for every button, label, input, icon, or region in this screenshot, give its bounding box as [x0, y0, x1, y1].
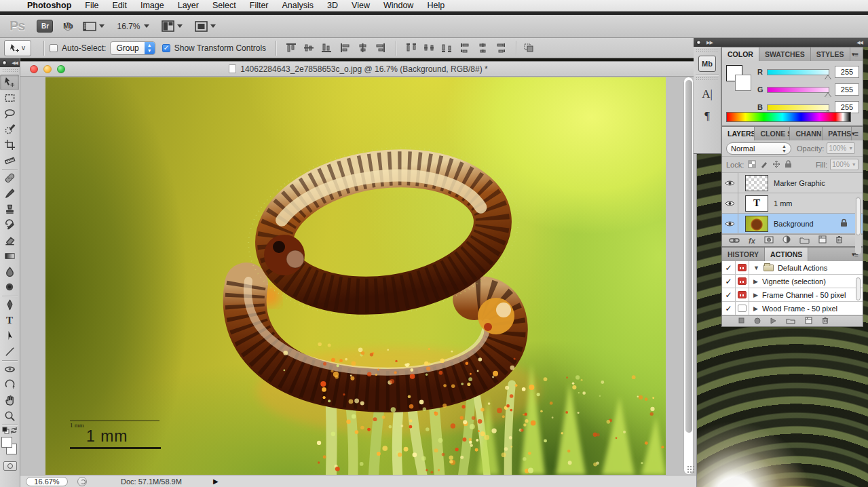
layer-name[interactable]: Marker Graphic	[774, 179, 825, 187]
action-modal-toggle[interactable]	[736, 288, 749, 301]
zoom-tool[interactable]	[0, 408, 19, 424]
channel-slider[interactable]	[767, 87, 829, 93]
tools-panel-header[interactable]: ◀◀	[0, 58, 20, 67]
actions-tab-actions[interactable]: ACTIONS	[765, 248, 808, 261]
layer-visibility-toggle[interactable]	[722, 214, 738, 233]
action-modal-toggle[interactable]	[736, 275, 749, 288]
color-panel-swatches[interactable]	[726, 65, 753, 92]
action-modal-toggle[interactable]	[736, 261, 749, 274]
menu-item-filter[interactable]: Filter	[243, 1, 276, 10]
align-top-icon[interactable]	[284, 42, 298, 54]
menu-item-help[interactable]: Help	[420, 1, 451, 10]
clone-stamp-tool[interactable]	[0, 201, 19, 217]
action-row-default-actions[interactable]: ✓▼Default Actions	[722, 261, 863, 275]
collapsed-triangle-icon[interactable]: ▶	[753, 305, 758, 312]
screen-mode-button[interactable]	[195, 21, 216, 32]
status-zoom-field[interactable]: 16.67%	[26, 477, 68, 486]
distribute-top-icon[interactable]	[404, 42, 418, 54]
layers-tab-paths[interactable]: PATHS	[823, 127, 852, 140]
foreground-background-swatches[interactable]	[0, 435, 19, 459]
expand-triangle-icon[interactable]: ▼	[753, 265, 759, 271]
panel-menu-icon[interactable]: ▾≡	[852, 127, 863, 140]
lock-pixels-icon[interactable]	[760, 160, 768, 170]
layer-name[interactable]: 1 mm	[774, 199, 793, 208]
action-modal-toggle[interactable]	[736, 302, 749, 315]
menu-item-analysis[interactable]: Analysis	[276, 1, 321, 10]
ruler-tool[interactable]	[0, 153, 19, 168]
status-options-arrow[interactable]: ▶	[213, 478, 219, 485]
paragraph-panel-icon[interactable]: ¶	[698, 107, 716, 125]
default-swap-colors[interactable]	[0, 426, 20, 434]
layer-thumbnail[interactable]: T	[745, 195, 768, 212]
line-tool[interactable]	[0, 344, 19, 359]
character-panel-icon[interactable]: A|	[698, 85, 716, 103]
layer-style-icon[interactable]: fx	[749, 236, 755, 246]
layer-row-1-mm[interactable]: T1 mm	[722, 193, 863, 214]
menu-item-layer[interactable]: Layer	[171, 1, 206, 10]
background-color-swatch[interactable]	[735, 75, 751, 91]
slider-thumb-icon[interactable]	[825, 75, 831, 80]
action-name[interactable]: Default Actions	[778, 264, 827, 272]
canvas-image[interactable]: 1 mm 1 mm	[45, 77, 666, 475]
action-include-checkbox[interactable]: ✓	[722, 261, 736, 274]
layers-tab-channi[interactable]: CHANNI	[790, 127, 823, 140]
arrange-documents-button[interactable]	[162, 20, 183, 32]
adjustment-layer-icon[interactable]	[782, 235, 791, 246]
align-right-icon[interactable]	[374, 42, 388, 54]
scrollbar-thumb[interactable]	[856, 277, 861, 300]
panel-grip[interactable]	[696, 77, 719, 81]
collapsed-triangle-icon[interactable]: ▶	[753, 292, 758, 298]
color-spectrum-ramp[interactable]	[726, 112, 851, 122]
channel-value-field[interactable]: 255	[835, 83, 859, 96]
crop-tool[interactable]	[0, 137, 19, 153]
document-title-bar[interactable]: 14062284643_2e7858653c_o.jpg @ 16.7% (Ba…	[20, 62, 696, 77]
auto-select-checkbox[interactable]	[50, 44, 58, 52]
menu-item-window[interactable]: Window	[377, 1, 420, 10]
align-horizontal-centers-icon[interactable]	[356, 42, 370, 54]
auto-align-layers-icon[interactable]	[522, 42, 535, 54]
tool-preset-picker[interactable]: v	[4, 40, 31, 56]
stop-playing-icon[interactable]	[738, 317, 744, 325]
foreground-color-swatch[interactable]	[1, 437, 12, 448]
rectangular-marquee-tool[interactable]	[0, 90, 19, 106]
layer-row-marker-graphic[interactable]: Marker Graphic	[722, 173, 863, 193]
layers-tab-layers[interactable]: LAYERS	[722, 127, 755, 140]
layers-tab-clone-s[interactable]: CLONE S	[755, 127, 790, 140]
auto-select-mode-dropdown[interactable]: Group ▲▼	[110, 41, 155, 55]
type-tool[interactable]: T	[0, 313, 19, 328]
vertical-scrollbar[interactable]	[683, 77, 694, 475]
new-action-icon[interactable]	[805, 317, 812, 326]
menu-item-photoshop[interactable]: Photoshop	[20, 1, 78, 10]
slider-thumb-icon[interactable]	[825, 93, 831, 98]
action-include-checkbox[interactable]: ✓	[722, 288, 736, 301]
lasso-tool[interactable]	[0, 106, 19, 121]
layers-scrollbar[interactable]	[855, 196, 861, 254]
distribute-bottom-icon[interactable]	[440, 42, 453, 54]
action-include-checkbox[interactable]: ✓	[722, 275, 736, 288]
launch-minibridge-button[interactable]: Mb	[64, 22, 72, 31]
distribute-vertical-centers-icon[interactable]	[422, 42, 436, 54]
resize-grip[interactable]	[687, 465, 695, 473]
history-brush-tool[interactable]	[0, 217, 19, 233]
menu-item-edit[interactable]: Edit	[105, 1, 134, 10]
view-extras-button[interactable]	[83, 21, 105, 32]
begin-recording-icon[interactable]	[754, 317, 761, 326]
layer-thumbnail[interactable]	[745, 175, 768, 191]
actions-tab-history[interactable]: HISTORY	[722, 248, 765, 261]
actions-scrollbar[interactable]	[855, 277, 861, 328]
scrollbar-thumb[interactable]	[856, 197, 861, 235]
move-tool[interactable]	[0, 75, 19, 90]
menu-item-image[interactable]: Image	[134, 1, 171, 10]
delete-layer-icon[interactable]	[835, 235, 843, 246]
blend-mode-dropdown[interactable]: Normal ▲▼	[726, 142, 791, 155]
dodge-tool[interactable]	[0, 279, 19, 295]
brush-tool[interactable]	[0, 186, 19, 201]
action-name[interactable]: Frame Channel - 50 pixel	[762, 291, 846, 299]
panel-grip[interactable]	[2, 69, 18, 73]
action-name[interactable]: Wood Frame - 50 pixel	[762, 305, 837, 313]
action-name[interactable]: Vignette (selection)	[762, 277, 826, 286]
action-row-frame-channel-50-pixel[interactable]: ✓▶Frame Channel - 50 pixel	[722, 288, 863, 302]
3d-orbit-tool[interactable]	[0, 377, 19, 393]
menu-item-file[interactable]: File	[78, 1, 105, 10]
delete-action-icon[interactable]	[822, 317, 829, 326]
